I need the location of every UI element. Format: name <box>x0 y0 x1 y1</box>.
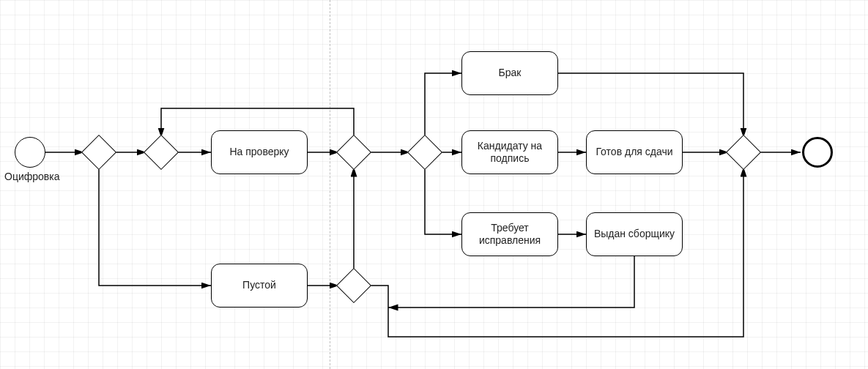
task-label: Пустой <box>242 279 276 292</box>
task-label: Готов для сдачи <box>596 146 672 159</box>
task-label: Требует исправления <box>479 222 541 247</box>
start-event[interactable] <box>15 137 45 168</box>
end-event[interactable] <box>802 137 833 168</box>
task-kandidatu-na-podpis[interactable]: Кандидату на подпись <box>461 130 558 174</box>
task-vydan-sborschiku[interactable]: Выдан сборщику <box>586 212 683 256</box>
task-label: Выдан сборщику <box>594 228 675 241</box>
task-trebuet-ispravleniya[interactable]: Требует исправления <box>461 212 558 256</box>
start-event-label: Оцифровка <box>4 171 59 182</box>
task-label: На проверку <box>229 146 289 159</box>
task-brak[interactable]: Брак <box>461 51 558 95</box>
task-gotov-dlya-sdachi[interactable]: Готов для сдачи <box>586 130 683 174</box>
task-pustoy[interactable]: Пустой <box>211 264 308 308</box>
swimlane-divider <box>330 0 330 369</box>
canvas-grid <box>0 0 868 369</box>
task-na-proverku[interactable]: На проверку <box>211 130 308 174</box>
task-label: Кандидату на подпись <box>478 140 542 165</box>
task-label: Брак <box>499 67 522 80</box>
